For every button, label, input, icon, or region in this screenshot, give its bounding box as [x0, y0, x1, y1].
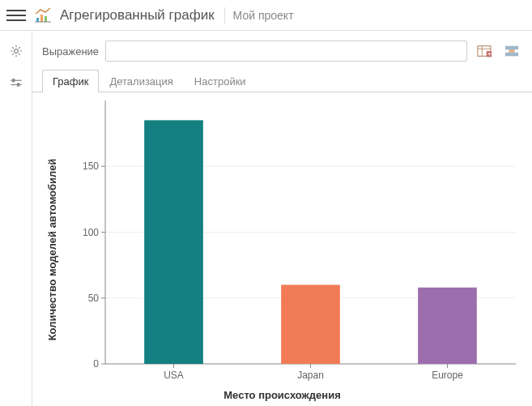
y-tick-label: 50 — [88, 293, 100, 304]
svg-rect-17 — [509, 49, 514, 53]
chart-pane: Количество моделей автомобилей 050100150… — [32, 92, 532, 406]
tab-bar: График Детализация Настройки — [32, 68, 532, 92]
expression-label: Выражение — [42, 45, 99, 58]
tab-chart[interactable]: График — [42, 70, 99, 92]
svg-rect-7 — [12, 79, 14, 82]
bar-Europe[interactable] — [418, 288, 477, 364]
y-tick-label: 100 — [83, 227, 99, 238]
layout-icon[interactable] — [501, 41, 522, 61]
svg-rect-16 — [505, 53, 518, 57]
x-tick-label: Europe — [432, 370, 463, 381]
svg-rect-0 — [36, 18, 39, 22]
svg-rect-1 — [40, 15, 43, 22]
svg-point-4 — [14, 49, 18, 53]
svg-rect-15 — [505, 46, 518, 50]
svg-rect-8 — [17, 83, 19, 86]
tab-detail[interactable]: Детализация — [99, 70, 183, 92]
app-icon — [34, 7, 53, 24]
expression-row: Выражение — [32, 31, 532, 68]
data-table-icon[interactable] — [474, 41, 495, 61]
project-name: Мой проект — [233, 9, 294, 22]
left-rail — [0, 31, 32, 406]
bar-USA[interactable] — [144, 120, 203, 364]
x-tick-label: Japan — [297, 370, 324, 381]
menu-icon[interactable] — [6, 6, 26, 25]
y-tick-label: 0 — [93, 358, 99, 370]
divider — [224, 7, 225, 24]
header-bar: Агрегированный график Мой проект — [0, 0, 532, 31]
svg-rect-2 — [45, 16, 47, 22]
tab-settings[interactable]: Настройки — [184, 70, 257, 92]
bar-chart: 050100150USAJapanEurope — [32, 92, 532, 406]
x-tick-label: USA — [164, 370, 184, 381]
page-title: Агрегированный график — [60, 7, 215, 24]
gear-icon[interactable] — [7, 42, 25, 60]
bar-Japan[interactable] — [281, 285, 340, 365]
expression-input[interactable] — [105, 41, 467, 62]
sliders-icon[interactable] — [7, 75, 25, 92]
x-axis-label: Место происхождения — [32, 389, 532, 401]
y-tick-label: 150 — [83, 160, 99, 172]
